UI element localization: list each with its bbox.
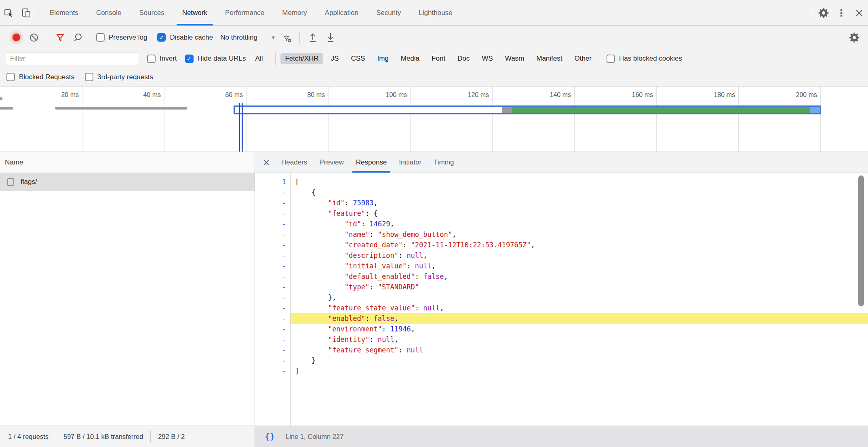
pill-all[interactable]: All bbox=[251, 53, 268, 64]
response-tab-response[interactable]: Response bbox=[350, 152, 393, 173]
tab-lighthouse[interactable]: Lighthouse bbox=[410, 0, 461, 25]
highlighted-line[interactable]: "enabled": false, bbox=[291, 313, 868, 324]
fold-marker[interactable]: - bbox=[255, 240, 286, 250]
hide-data-urls-checkbox[interactable]: Hide data URLs bbox=[185, 55, 246, 63]
code-line[interactable]: "created_date": "2021-11-12T10:22:53.419… bbox=[291, 240, 868, 250]
fold-marker[interactable]: - bbox=[255, 187, 286, 198]
code-line[interactable]: [ bbox=[291, 177, 868, 187]
code-line[interactable]: "feature_state_value": null, bbox=[291, 303, 868, 313]
code-line[interactable]: { bbox=[291, 187, 868, 198]
checkbox-checked[interactable] bbox=[157, 33, 166, 42]
code-line[interactable]: "default_enabled": false, bbox=[291, 271, 868, 282]
code-line[interactable]: ] bbox=[291, 366, 868, 376]
tab-memory[interactable]: Memory bbox=[273, 0, 316, 25]
code-line[interactable]: }, bbox=[291, 292, 868, 303]
preserve-log-checkbox[interactable]: Preserve log bbox=[96, 33, 147, 42]
export-har-icon[interactable] bbox=[322, 30, 339, 46]
fold-marker[interactable]: - bbox=[255, 198, 286, 208]
code-line[interactable]: } bbox=[291, 355, 868, 366]
code-line[interactable]: "environment": 11946, bbox=[291, 324, 868, 334]
line-number-gutter[interactable]: 1------------------ bbox=[255, 173, 291, 426]
throttling-dropdown[interactable]: No throttling ▾ bbox=[220, 34, 274, 42]
settings-gear-icon[interactable] bbox=[815, 0, 832, 25]
fold-marker[interactable]: - bbox=[255, 366, 286, 376]
code-line[interactable]: "id": 14629, bbox=[291, 219, 868, 229]
tab-network[interactable]: Network bbox=[173, 0, 216, 25]
pill-fetchxhr[interactable]: Fetch/XHR bbox=[280, 53, 323, 64]
pretty-print-icon[interactable]: {} bbox=[265, 432, 275, 441]
name-column-header[interactable]: Name bbox=[0, 152, 255, 173]
fold-marker[interactable]: - bbox=[255, 282, 286, 292]
response-tab-preview[interactable]: Preview bbox=[313, 152, 350, 173]
code-line[interactable]: "identity": null, bbox=[291, 334, 868, 345]
checkbox-checked[interactable] bbox=[185, 55, 194, 63]
code-line[interactable]: "initial_value": null, bbox=[291, 261, 868, 271]
fold-marker[interactable]: - bbox=[255, 345, 286, 355]
inspect-element-icon[interactable] bbox=[0, 0, 18, 25]
close-devtools-icon[interactable]: × bbox=[850, 0, 868, 25]
response-json-content[interactable]: [ { "id": 75983, "feature": { "id": 1462… bbox=[291, 173, 868, 426]
more-options-icon[interactable]: ⋮ bbox=[832, 0, 850, 25]
filter-input[interactable] bbox=[6, 52, 139, 65]
pill-img[interactable]: Img bbox=[373, 53, 393, 64]
fold-marker[interactable]: - bbox=[255, 271, 286, 282]
response-tab-headers[interactable]: Headers bbox=[275, 152, 313, 173]
line-number[interactable]: 1 bbox=[255, 177, 286, 187]
device-toolbar-icon[interactable] bbox=[18, 0, 36, 25]
invert-checkbox[interactable]: Invert bbox=[147, 55, 177, 63]
pill-ws[interactable]: WS bbox=[477, 53, 497, 64]
tab-elements[interactable]: Elements bbox=[41, 0, 87, 25]
fold-marker[interactable]: - bbox=[255, 229, 286, 240]
pill-css[interactable]: CSS bbox=[346, 53, 369, 64]
pill-font[interactable]: Font bbox=[427, 53, 450, 64]
tab-application[interactable]: Application bbox=[316, 0, 367, 25]
response-code-viewer[interactable]: 1------------------ [ { "id": 75983, "fe… bbox=[255, 173, 868, 426]
fold-marker[interactable]: - bbox=[255, 250, 286, 261]
tab-console[interactable]: Console bbox=[87, 0, 130, 25]
pill-media[interactable]: Media bbox=[396, 53, 424, 64]
checkbox-unchecked[interactable] bbox=[607, 55, 615, 63]
checkbox-unchecked[interactable] bbox=[6, 73, 15, 81]
fold-marker[interactable]: - bbox=[255, 261, 286, 271]
tab-security[interactable]: Security bbox=[367, 0, 410, 25]
response-tab-timing[interactable]: Timing bbox=[428, 152, 460, 173]
filter-funnel-icon[interactable] bbox=[52, 30, 68, 46]
fold-marker[interactable]: - bbox=[255, 292, 286, 303]
request-row-flags[interactable]: flags/ bbox=[0, 173, 255, 191]
code-line[interactable]: "feature": { bbox=[291, 208, 868, 219]
pill-other[interactable]: Other bbox=[570, 53, 596, 64]
close-response-icon[interactable]: × bbox=[257, 152, 275, 173]
timeline-overview[interactable]: 20 ms40 ms60 ms80 ms100 ms120 ms140 ms16… bbox=[0, 86, 868, 152]
blocked-requests-checkbox[interactable]: Blocked Requests bbox=[6, 73, 74, 81]
clear-icon[interactable] bbox=[26, 30, 42, 46]
code-line[interactable]: "name": "show_demo_button", bbox=[291, 229, 868, 240]
disable-cache-checkbox[interactable]: Disable cache bbox=[157, 33, 213, 42]
vertical-scrollbar[interactable] bbox=[858, 175, 864, 306]
search-icon[interactable] bbox=[70, 30, 86, 46]
code-line[interactable]: "description": null, bbox=[291, 250, 868, 261]
fold-marker[interactable]: - bbox=[255, 219, 286, 229]
pill-doc[interactable]: Doc bbox=[453, 53, 474, 64]
import-har-icon[interactable] bbox=[305, 30, 321, 46]
code-line[interactable]: "feature_segment": null bbox=[291, 345, 868, 355]
fold-marker[interactable]: - bbox=[255, 324, 286, 334]
checkbox-unchecked[interactable] bbox=[85, 73, 93, 81]
pill-wasm[interactable]: Wasm bbox=[501, 53, 529, 64]
network-settings-gear-icon[interactable] bbox=[846, 30, 862, 46]
tab-performance[interactable]: Performance bbox=[216, 0, 273, 25]
checkbox-unchecked[interactable] bbox=[96, 33, 105, 42]
code-line[interactable]: "id": 75983, bbox=[291, 198, 868, 208]
checkbox-unchecked[interactable] bbox=[147, 55, 156, 63]
fold-marker[interactable]: - bbox=[255, 313, 286, 324]
fold-marker[interactable]: - bbox=[255, 334, 286, 345]
fold-marker[interactable]: - bbox=[255, 355, 286, 366]
tab-sources[interactable]: Sources bbox=[130, 0, 173, 25]
third-party-requests-checkbox[interactable]: 3rd-party requests bbox=[85, 73, 153, 81]
network-conditions-icon[interactable] bbox=[278, 30, 295, 46]
code-line[interactable]: "type": "STANDARD" bbox=[291, 282, 868, 292]
fold-marker[interactable]: - bbox=[255, 303, 286, 313]
pill-manifest[interactable]: Manifest bbox=[532, 53, 567, 64]
response-tab-initiator[interactable]: Initiator bbox=[393, 152, 428, 173]
fold-marker[interactable]: - bbox=[255, 208, 286, 219]
has-blocked-cookies-checkbox[interactable]: Has blocked cookies bbox=[607, 55, 682, 63]
